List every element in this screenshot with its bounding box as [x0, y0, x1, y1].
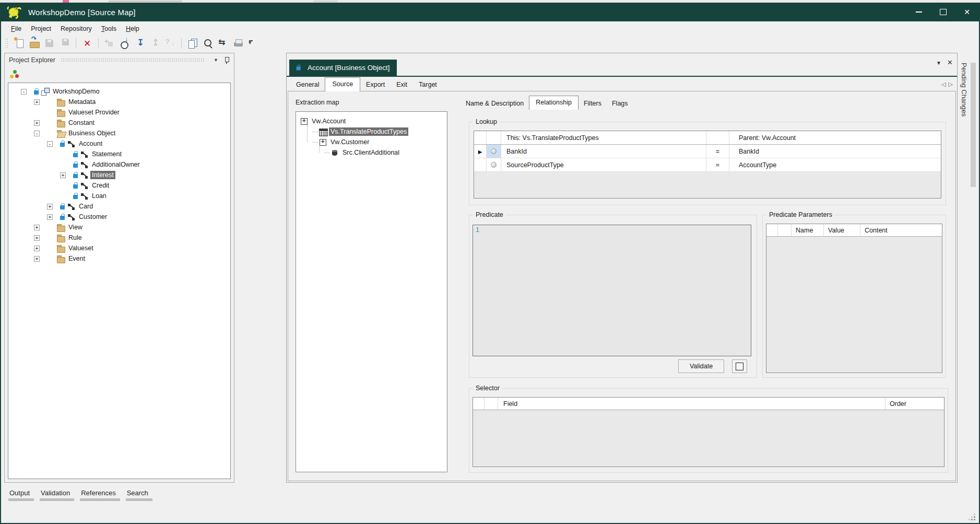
detail-tab[interactable]: Filters [578, 98, 607, 109]
tree-item[interactable]: + Rule [8, 232, 230, 243]
menu-item[interactable]: File [6, 24, 26, 34]
expander-toggle-icon[interactable]: + [34, 120, 40, 126]
document-subtab[interactable]: Exit [391, 79, 413, 91]
get-latest[interactable] [119, 37, 131, 50]
expander-toggle-icon[interactable]: + [47, 204, 53, 209]
tree-item[interactable]: + Card [8, 201, 230, 212]
compare[interactable] [217, 37, 229, 50]
tree-item[interactable]: Credit [8, 180, 230, 191]
scrollbar-thumb[interactable] [971, 63, 976, 187]
sep[interactable] [98, 38, 99, 49]
tree-item[interactable]: Valueset Provider [8, 107, 230, 118]
close[interactable] [955, 3, 979, 21]
tree-item[interactable]: + Event [8, 253, 230, 264]
this-field-value[interactable]: BankId [501, 145, 706, 158]
this-field-value[interactable]: SourceProductType [501, 158, 706, 171]
tree-item[interactable]: + Constant [8, 118, 230, 128]
document-list-chevron-icon[interactable]: ▼ [936, 60, 941, 66]
new-item[interactable] [13, 37, 26, 50]
extraction-node[interactable]: Vw.Account [296, 116, 447, 126]
tree-item[interactable]: - WorkshopDemo [8, 86, 230, 97]
save-all[interactable] [58, 37, 71, 50]
extraction-node[interactable]: Vw.Customer [296, 137, 447, 147]
value-column-header[interactable]: Value [824, 224, 860, 236]
sep[interactable] [76, 38, 76, 49]
expander-toggle-icon[interactable]: + [60, 172, 66, 178]
menu-item[interactable]: Repository [56, 24, 97, 34]
check-out[interactable] [134, 37, 146, 50]
menu-item[interactable]: Project [26, 24, 56, 34]
properties[interactable] [186, 37, 199, 50]
expander-toggle-icon[interactable]: + [34, 235, 40, 241]
predicate-indicator-button[interactable] [732, 359, 747, 373]
expander-toggle-icon[interactable]: - [47, 141, 53, 147]
tree-item[interactable]: + Valueset [8, 243, 230, 253]
expander-toggle-icon[interactable]: + [47, 214, 53, 220]
bottom-panel-tab[interactable]: Validation [40, 489, 71, 501]
expander-toggle-icon[interactable]: + [34, 256, 40, 262]
open[interactable] [28, 37, 41, 50]
bottom-panel-tab[interactable]: Search [126, 489, 149, 501]
maximize[interactable] [931, 3, 955, 21]
toolbar-grip[interactable] [5, 38, 8, 49]
overflow[interactable] [247, 37, 254, 50]
document-close-icon[interactable]: ✕ [947, 59, 953, 66]
expander-toggle-icon[interactable]: - [21, 89, 27, 95]
field-column-header[interactable]: Field [498, 398, 885, 410]
detail-tab[interactable]: Flags [607, 98, 633, 109]
tree-item[interactable]: Statement [8, 149, 230, 159]
parent-field-value[interactable]: AccountType [729, 158, 941, 171]
check-in[interactable] [149, 37, 161, 50]
detail-tab[interactable]: Relationship [529, 96, 578, 110]
predicate-editor[interactable]: 1 [473, 225, 751, 356]
add-task[interactable] [103, 37, 116, 50]
scroll-right-icon[interactable]: ▷ [949, 81, 953, 88]
document-subtab[interactable]: Source [325, 77, 360, 91]
parent-column-header[interactable]: Parent: Vw.Account [729, 131, 941, 144]
tree-item[interactable]: Loan [8, 191, 230, 201]
search[interactable] [202, 37, 214, 50]
print[interactable] [232, 37, 244, 50]
expander-toggle-icon[interactable]: - [34, 131, 40, 136]
minimize[interactable] [907, 3, 931, 21]
menu-item[interactable]: Help [121, 24, 144, 34]
undo-checkout[interactable] [164, 37, 176, 50]
lookup-row[interactable]: SourceProductType = AccountType [474, 158, 941, 172]
tree-item[interactable]: + View [8, 222, 230, 232]
tree-item[interactable]: + Customer [8, 212, 230, 222]
panel-menu-chevron-icon[interactable]: ▼ [210, 56, 221, 64]
this-column-header[interactable]: This: Vs.TranslateProductTypes [501, 131, 706, 144]
menu-item[interactable]: Tools [97, 24, 121, 34]
document-tab[interactable]: Account [Business Object] [289, 60, 397, 76]
header-cell [485, 398, 498, 410]
tree-item[interactable]: AdditionalOwner [8, 159, 230, 170]
scroll-left-icon[interactable]: ◁ [941, 81, 946, 88]
name-column-header[interactable]: Name [792, 224, 824, 236]
validate-button[interactable]: Validate [678, 359, 724, 373]
document-subtab[interactable]: Export [360, 79, 391, 91]
sep[interactable] [181, 38, 182, 49]
expander-toggle-icon[interactable]: + [34, 246, 40, 251]
content-column-header[interactable]: Content [860, 224, 942, 236]
pending-changes-tab[interactable]: Pending Changes [960, 63, 968, 117]
tree-item[interactable]: + Metadata [8, 97, 230, 107]
document-subtab[interactable]: Target [413, 79, 443, 91]
save[interactable] [43, 37, 56, 50]
resize-grip[interactable] [969, 514, 976, 521]
delete[interactable] [81, 37, 93, 50]
lookup-row[interactable]: BankId = BankId [474, 145, 941, 158]
tree-item[interactable]: - Business Object [8, 128, 230, 138]
expander-toggle-icon[interactable]: + [34, 99, 40, 105]
tree-item[interactable]: + Interest [8, 170, 230, 180]
bottom-panel-tab[interactable]: Output [8, 489, 31, 501]
pin-icon[interactable] [223, 56, 230, 64]
document-subtab[interactable]: General [290, 79, 325, 91]
extraction-node[interactable]: Vs.TranslateProductTypes [296, 126, 447, 137]
detail-tab[interactable]: Name & Description [461, 98, 529, 109]
expander-toggle-icon[interactable]: + [34, 225, 40, 230]
status-dots-icon[interactable] [9, 69, 19, 79]
order-column-header[interactable]: Order [885, 398, 944, 410]
bottom-panel-tab[interactable]: References [80, 489, 116, 501]
parent-field-value[interactable]: BankId [729, 145, 941, 158]
tree-item[interactable]: - Account [8, 138, 230, 149]
